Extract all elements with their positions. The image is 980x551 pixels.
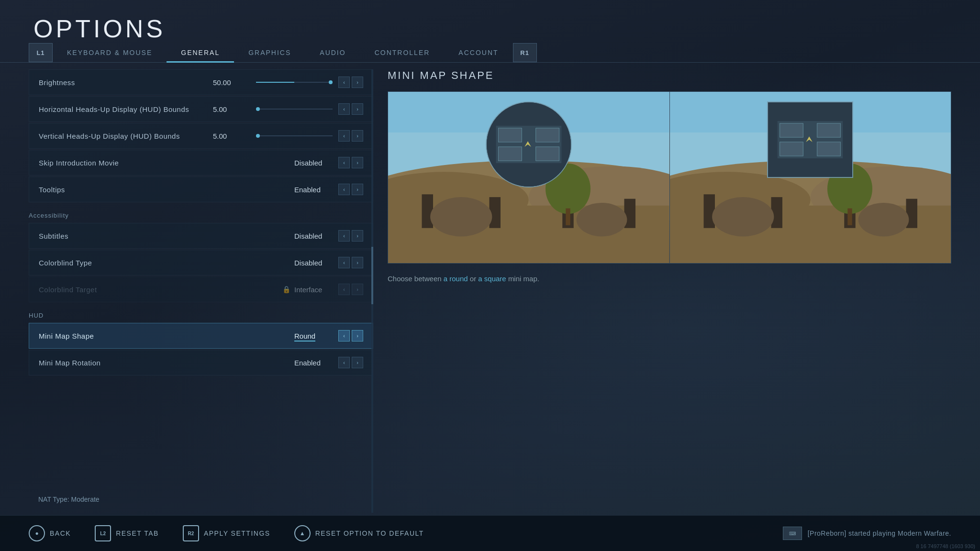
tab-nav-right[interactable]: R1 [513, 43, 537, 62]
tooltips-arrow-right[interactable]: › [352, 184, 363, 195]
mini-map-rotation-row: Mini Map Rotation Enabled ‹ › [29, 350, 373, 375]
apply-btn-icon: R2 [183, 525, 199, 541]
svg-point-34 [858, 203, 909, 237]
reset-option-action[interactable]: ▲ Reset Option to Default [294, 525, 424, 541]
reset-option-label: Reset Option to Default [315, 529, 424, 537]
skip-intro-arrows: ‹ › [338, 157, 363, 168]
svg-rect-17 [535, 128, 559, 142]
brightness-slider[interactable] [256, 82, 333, 83]
colorblind-type-value: Disabled [294, 259, 333, 267]
brightness-row: Brightness 50.00 ‹ › [29, 69, 373, 95]
minimap-square-inner [768, 102, 852, 177]
subtitles-arrow-left[interactable]: ‹ [338, 230, 350, 242]
hud-h-track [256, 109, 333, 110]
hud-bounds-v-row: Vertical Heads-Up Display (HUD) Bounds 5… [29, 123, 373, 149]
bottom-right: ⌨ [ProReborn] started playing Modern War… [783, 527, 951, 540]
hud-header: HUD [29, 303, 373, 322]
colorblind-type-arrow-left[interactable]: ‹ [338, 257, 350, 268]
tab-audio[interactable]: AUDIO [305, 44, 360, 63]
notification-text: [ProReborn] started playing Modern Warfa… [808, 529, 951, 537]
tab-account[interactable]: ACCOUNT [444, 44, 512, 63]
scroll-thumb[interactable] [371, 247, 373, 304]
colorblind-target-arrow-left[interactable]: ‹ [338, 284, 350, 295]
svg-rect-38 [817, 123, 841, 137]
preview-square[interactable] [670, 91, 952, 264]
mini-map-shape-row[interactable]: Mini Map Shape Round ‹ › [29, 323, 373, 349]
desc-middle: or [470, 275, 479, 283]
hud-bounds-v-value: 5.00 [213, 132, 251, 140]
skip-intro-arrow-right[interactable]: › [352, 157, 363, 168]
colorblind-target-label: Colorblind Target [39, 286, 282, 294]
preview-panel: MINI MAP SHAPE [388, 69, 951, 513]
svg-point-12 [430, 197, 492, 236]
hud-h-slider[interactable] [256, 109, 333, 110]
svg-rect-18 [498, 147, 522, 161]
nat-type: NAT Type: Moderate [38, 496, 100, 503]
brightness-value: 50.00 [213, 78, 251, 87]
tab-controller[interactable]: CONTROLLER [360, 44, 445, 63]
mini-map-rotation-arrow-left[interactable]: ‹ [338, 357, 350, 368]
reset-tab-action[interactable]: L2 Reset Tab [95, 525, 159, 541]
hud-v-arrow-left[interactable]: ‹ [338, 130, 350, 142]
skip-intro-label: Skip Introduction Movie [39, 159, 294, 167]
tab-bar: L1 KEYBOARD & MOUSE GENERAL GRAPHICS AUD… [0, 43, 980, 63]
brightness-label: Brightness [39, 78, 213, 87]
colorblind-type-label: Colorblind Type [39, 259, 294, 267]
subtitles-arrows: ‹ › [338, 230, 363, 242]
tab-graphics[interactable]: GRAPHICS [234, 44, 305, 63]
desc-square-link[interactable]: a square [478, 275, 506, 283]
accessibility-header: Accessibility [29, 203, 373, 222]
hud-h-arrow-right[interactable]: › [352, 103, 363, 115]
tooltips-arrows: ‹ › [338, 184, 363, 195]
hud-h-arrow-left[interactable]: ‹ [338, 103, 350, 115]
desert-scene-right [670, 92, 951, 263]
mini-map-rotation-arrow-right[interactable]: › [352, 357, 363, 368]
tooltips-arrow-left[interactable]: ‹ [338, 184, 350, 195]
svg-rect-19 [535, 147, 559, 161]
mini-map-shape-arrow-left[interactable]: ‹ [338, 330, 350, 342]
brightness-arrow-left[interactable]: ‹ [338, 77, 350, 88]
skip-intro-arrow-left[interactable]: ‹ [338, 157, 350, 168]
apply-settings-label: Apply Settings [204, 529, 270, 537]
colorblind-target-arrows: ‹ › [338, 284, 363, 295]
mini-map-rotation-label: Mini Map Rotation [39, 359, 294, 367]
mini-map-rotation-arrows: ‹ › [338, 357, 363, 368]
hud-bounds-h-row: Horizontal Heads-Up Display (HUD) Bounds… [29, 96, 373, 122]
hud-v-arrow-right[interactable]: › [352, 130, 363, 142]
reset-tab-btn-icon: L2 [95, 525, 111, 541]
scrollbar[interactable] [371, 69, 373, 513]
subtitles-arrow-right[interactable]: › [352, 230, 363, 242]
brightness-arrows: ‹ › [338, 77, 363, 88]
svg-rect-40 [817, 142, 841, 156]
svg-rect-16 [498, 128, 522, 142]
tab-general[interactable]: GENERAL [167, 44, 234, 63]
hud-v-arrows: ‹ › [338, 130, 363, 142]
desert-scene-left [388, 92, 669, 263]
svg-rect-39 [780, 142, 803, 156]
subtitles-row: Subtitles Disabled ‹ › [29, 223, 373, 249]
colorblind-type-arrow-right[interactable]: › [352, 257, 363, 268]
brightness-track [256, 82, 333, 83]
settings-panel: Brightness 50.00 ‹ › Horizontal Heads-Up… [29, 69, 373, 513]
svg-rect-11 [566, 209, 570, 225]
hud-bounds-h-value: 5.00 [213, 105, 251, 113]
version-info: 8 16 7497748 (1603 930) [916, 543, 975, 549]
subtitles-label: Subtitles [39, 232, 294, 240]
colorblind-target-arrow-right[interactable]: › [352, 284, 363, 295]
skip-intro-row: Skip Introduction Movie Disabled ‹ › [29, 150, 373, 176]
preview-description: Choose between a round or a square mini … [388, 273, 951, 285]
hud-v-slider[interactable] [256, 135, 333, 136]
reset-tab-label: Reset Tab [116, 529, 159, 537]
desc-round-link[interactable]: a round [444, 275, 468, 283]
tab-nav-left[interactable]: L1 [29, 43, 53, 62]
brightness-fill [256, 82, 294, 83]
hud-bounds-h-label: Horizontal Heads-Up Display (HUD) Bounds [39, 105, 213, 113]
tab-keyboard-mouse[interactable]: KEYBOARD & MOUSE [53, 44, 167, 63]
mini-map-shape-arrow-right[interactable]: › [352, 330, 363, 342]
back-action[interactable]: ● Back [29, 525, 71, 541]
brightness-arrow-right[interactable]: › [352, 77, 363, 88]
apply-settings-action[interactable]: R2 Apply Settings [183, 525, 270, 541]
main-content: Brightness 50.00 ‹ › Horizontal Heads-Up… [29, 69, 951, 513]
minimap-square-overlay [767, 101, 853, 178]
preview-round[interactable] [388, 91, 670, 264]
